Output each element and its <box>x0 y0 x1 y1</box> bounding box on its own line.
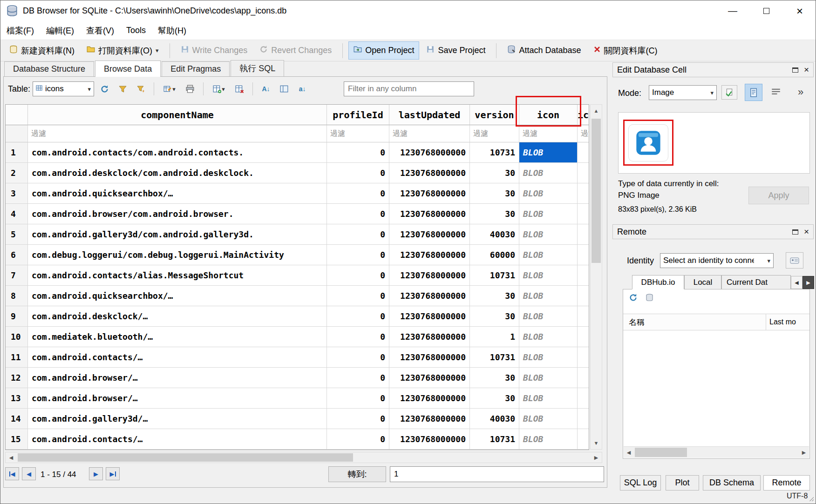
cell-profileId[interactable]: 0 <box>327 224 389 245</box>
revert-changes-button[interactable]: Revert Changes <box>254 41 337 60</box>
cell-componentName[interactable]: com.android.browser/… <box>28 388 327 409</box>
remote-horizontal-scrollbar[interactable]: ◀ ▶ <box>624 446 809 458</box>
float-panel-icon[interactable] <box>792 229 798 235</box>
cell-lastUpdated[interactable]: 1230768000000 <box>389 388 470 409</box>
cell-lastUpdated[interactable]: 1230768000000 <box>389 224 470 245</box>
cell-profileId[interactable]: 0 <box>327 327 389 347</box>
scroll-right-icon[interactable]: ▶ <box>799 447 809 458</box>
resize-grip[interactable] <box>808 496 814 501</box>
table-horizontal-scrollbar[interactable]: ◀ ▶ <box>5 452 602 463</box>
remote-tab-local[interactable]: Local <box>684 275 721 289</box>
new-database-button[interactable]: 新建資料庫(N) <box>4 41 80 60</box>
cell-profileId[interactable]: 0 <box>327 265 389 286</box>
sort-ascending-button[interactable]: A↓ <box>258 82 274 96</box>
cell-lastUpdated[interactable]: 1230768000000 <box>389 204 470 224</box>
filter-overflow[interactable]: 過濾 <box>578 125 589 142</box>
remote-column-name[interactable]: 名稱 <box>623 317 645 328</box>
cell-version[interactable]: 30 <box>470 286 519 306</box>
cell-profileId[interactable]: 0 <box>327 286 389 306</box>
menu-file[interactable]: 檔案(F) <box>0 21 40 40</box>
column-header-lastUpdated[interactable]: lastUpdated <box>389 105 470 125</box>
scroll-up-icon[interactable]: ▲ <box>591 105 602 117</box>
remote-tab-dbhub[interactable]: DBHub.io <box>632 275 684 289</box>
maximize-button[interactable] <box>749 0 783 21</box>
tab-database-structure[interactable]: Database Structure <box>4 61 94 77</box>
cell-icon[interactable]: BLOB <box>519 265 578 286</box>
cell-profileId[interactable]: 0 <box>327 183 389 204</box>
cell-profileId[interactable]: 0 <box>327 142 389 163</box>
edit-display-format-button[interactable]: ▾ <box>159 82 180 96</box>
sort-descending-button[interactable]: a↓ <box>294 82 310 96</box>
menu-view[interactable]: 查看(V) <box>80 21 120 40</box>
filter-version[interactable]: 過濾 <box>470 125 519 142</box>
cell-icon[interactable]: BLOB <box>519 142 578 163</box>
cell-profileId[interactable]: 0 <box>327 388 389 409</box>
cell-version[interactable]: 30 <box>470 163 519 183</box>
toolbar-overflow-button[interactable]: » <box>798 86 803 98</box>
float-panel-icon[interactable] <box>792 67 798 73</box>
save-project-button[interactable]: Save Project <box>421 41 490 60</box>
dock-tab-db-schema[interactable]: DB Schema <box>703 475 761 491</box>
cell-icon[interactable]: BLOB <box>519 224 578 245</box>
cell-lastUpdated[interactable]: 1230768000000 <box>389 265 470 286</box>
cell-version[interactable]: 40030 <box>470 224 519 245</box>
cell-profileId[interactable]: 0 <box>327 409 389 429</box>
cell-componentName[interactable]: com.android.contacts/alias.MessageShortc… <box>28 265 327 286</box>
cell-componentName[interactable]: com.android.quicksearchbox/… <box>28 183 327 204</box>
cell-version[interactable]: 1 <box>470 327 519 347</box>
cell-icon[interactable]: BLOB <box>519 429 578 450</box>
cell-icon[interactable]: BLOB <box>519 347 578 368</box>
close-button[interactable]: × <box>783 0 816 21</box>
cell-componentName[interactable]: com.android.contacts/… <box>28 429 327 450</box>
insert-record-button[interactable]: ▾ <box>209 82 229 96</box>
remote-clone-database-button[interactable] <box>645 293 654 304</box>
dock-tab-remote[interactable]: Remote <box>763 475 810 491</box>
horizontal-scroll-thumb[interactable] <box>18 453 353 462</box>
cell-profileId[interactable]: 0 <box>327 347 389 368</box>
cell-version[interactable]: 10731 <box>470 142 519 163</box>
next-page-button[interactable]: ▶ <box>89 467 103 480</box>
cell-componentName[interactable]: com.mediatek.bluetooth/… <box>28 327 327 347</box>
cell-version[interactable]: 10731 <box>470 347 519 368</box>
cell-icon[interactable]: BLOB <box>519 245 578 265</box>
cell-version[interactable]: 10731 <box>470 265 519 286</box>
scroll-left-icon[interactable]: ◀ <box>624 447 634 458</box>
filter-icon[interactable]: 過濾 <box>519 125 578 142</box>
write-changes-button[interactable]: Write Changes <box>176 41 253 60</box>
filter-componentName[interactable]: 過濾 <box>28 125 327 142</box>
refresh-button[interactable] <box>96 82 112 96</box>
freeze-columns-button[interactable] <box>276 82 292 96</box>
cell-lastUpdated[interactable]: 1230768000000 <box>389 245 470 265</box>
cell-componentName[interactable]: com.android.contacts/com.android.contact… <box>28 142 327 163</box>
cell-lastUpdated[interactable]: 1230768000000 <box>389 142 470 163</box>
cell-componentName[interactable]: com.android.deskclock/… <box>28 306 327 327</box>
cell-version[interactable]: 60000 <box>470 245 519 265</box>
identity-select[interactable]: Select an identity to conne ▾ <box>660 253 774 268</box>
first-page-button[interactable]: ◀ <box>5 467 19 480</box>
cell-version[interactable]: 30 <box>470 204 519 224</box>
attach-database-button[interactable]: Attach Database <box>502 41 586 60</box>
cell-icon[interactable]: BLOB <box>519 204 578 224</box>
column-header-version[interactable]: version <box>470 105 519 125</box>
cell-componentName[interactable]: com.android.browser/com.android.browser. <box>28 204 327 224</box>
remote-refresh-button[interactable] <box>629 293 638 304</box>
minimize-button[interactable]: — <box>716 0 749 21</box>
column-header-componentName[interactable]: componentName <box>28 105 327 125</box>
cell-icon[interactable]: BLOB <box>519 286 578 306</box>
apply-button[interactable]: Apply <box>748 187 809 204</box>
table-select[interactable]: icons ▾ <box>33 81 94 96</box>
cell-icon[interactable]: BLOB <box>519 327 578 347</box>
filter-any-column-input[interactable] <box>344 81 474 96</box>
cell-lastUpdated[interactable]: 1230768000000 <box>389 163 470 183</box>
cell-profileId[interactable]: 0 <box>327 163 389 183</box>
cell-componentName[interactable]: com.android.contacts/… <box>28 347 327 368</box>
remote-tab-current-database[interactable]: Current Dat <box>721 275 791 289</box>
select-identity-file-button[interactable] <box>786 252 803 269</box>
cell-componentName[interactable]: com.android.deskclock/com.android.deskcl… <box>28 163 327 183</box>
cell-icon[interactable]: BLOB <box>519 388 578 409</box>
cell-version[interactable]: 30 <box>470 388 519 409</box>
filter-lastUpdated[interactable]: 過濾 <box>389 125 470 142</box>
remote-scroll-thumb[interactable] <box>635 448 687 457</box>
filter-profileId[interactable]: 過濾 <box>327 125 389 142</box>
cell-lastUpdated[interactable]: 1230768000000 <box>389 347 470 368</box>
